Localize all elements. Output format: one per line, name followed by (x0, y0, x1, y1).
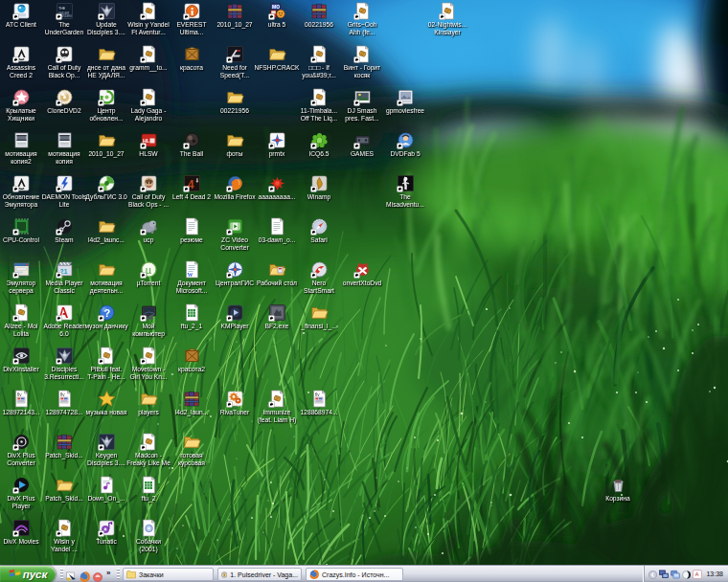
svg-text:W: W (187, 272, 193, 278)
svg-text:THE: THE (58, 7, 66, 11)
svg-text:µ: µ (145, 264, 151, 276)
svg-text:flv: flv (60, 392, 65, 397)
svg-text:?: ? (103, 307, 110, 319)
svg-text:flv: flv (17, 392, 22, 397)
svg-text:flv: flv (315, 392, 320, 397)
svg-text:MO: MO (272, 4, 280, 10)
